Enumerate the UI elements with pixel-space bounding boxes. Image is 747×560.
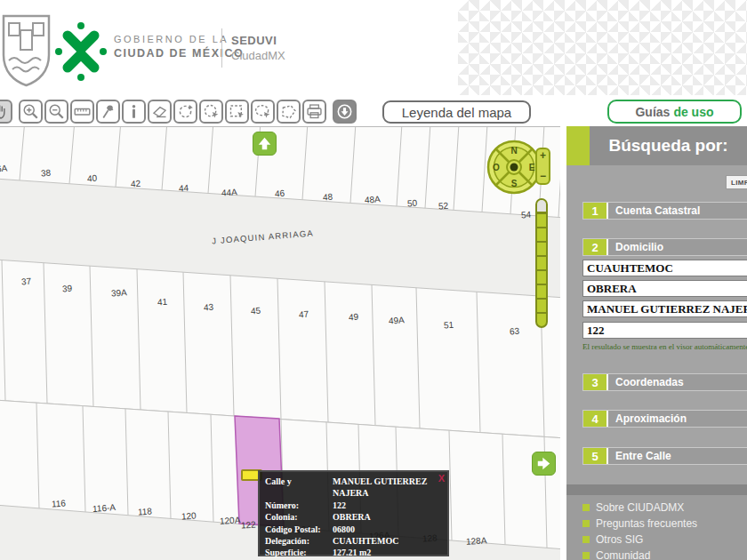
zoom-plus-button[interactable]: + (540, 151, 546, 161)
select-lasso-button[interactable] (251, 100, 275, 124)
section-entre-calle[interactable]: 5Entre Calle (582, 447, 747, 465)
tooltip-label: Superficie: (265, 547, 333, 558)
parcel-label-120A: 120A (220, 515, 241, 526)
footer-link-preguntas-frecuentes[interactable]: Preguntas frecuentes (582, 516, 697, 532)
zoom-out-icon (47, 102, 66, 121)
select-polygon-icon (279, 102, 298, 121)
section-domicilio[interactable]: 2Domicilio (582, 238, 747, 256)
tooltip-label: Delegación: (265, 535, 333, 547)
zoom-out-button[interactable] (44, 100, 68, 124)
legend-button[interactable]: Leyenda del mapa (382, 100, 531, 124)
gov-wordmark: GOBIERNO DE LA CIUDAD DE MÉXICO (114, 34, 244, 60)
section-coordenadas[interactable]: 3Coordenadas (582, 373, 747, 391)
footer-link-otros-sig[interactable]: Otros SIG (582, 532, 697, 548)
select-rectangle-icon (228, 102, 246, 121)
tooltip-value: 127.21 m2 (333, 547, 444, 558)
tooltip-row: Calle yMANUEL GUTIERREZ NAJERA (265, 476, 444, 500)
sidebar-accent-square (566, 126, 590, 165)
section-aproximación[interactable]: 4Aproximación (582, 410, 747, 428)
section-number: 5 (583, 448, 608, 464)
footer-link-label: Otros SIG (596, 533, 643, 546)
eraser-button[interactable] (148, 100, 172, 124)
map-viewport[interactable]: 6A3840424444A464848A505254373939A4143454… (0, 126, 560, 560)
seduvi-brand: SEDUVI CiudadMX (231, 34, 285, 62)
zoom-slider-thumb[interactable] (537, 200, 546, 213)
footer-links-zone: Sobre CIUDADMXPreguntas frecuentesOtros … (566, 484, 747, 560)
parcel-label-122: 122 (241, 519, 256, 530)
tooltip-close-icon[interactable]: X (438, 474, 445, 484)
calle-input[interactable] (582, 300, 747, 317)
download-button[interactable] (333, 100, 357, 124)
footer-link-comunidad[interactable]: Comunidad (582, 548, 697, 560)
tooltip-label: Colonia: (265, 511, 333, 523)
select-polygon-button[interactable] (277, 100, 301, 124)
arrow-up-icon (256, 135, 273, 152)
pin-button[interactable] (96, 100, 120, 124)
eraser-icon (150, 102, 169, 121)
print-icon (305, 102, 324, 121)
refresh-button[interactable] (173, 100, 197, 124)
zoom-minus-button[interactable]: − (540, 172, 546, 181)
parcel-label-39: 39 (62, 284, 73, 294)
compass-rose[interactable]: N E S O (486, 139, 542, 196)
tooltip-row: Colonia:OBRERA (265, 511, 444, 523)
pan-right-button[interactable] (532, 452, 556, 476)
section-cuenta-catastral[interactable]: 1Cuenta Catastral (582, 202, 747, 220)
brand-name: SEDUVI (231, 34, 285, 47)
parcel-label-47: 47 (299, 309, 309, 320)
colonia-input[interactable] (582, 280, 747, 297)
guides-button[interactable]: Guías de uso (607, 100, 742, 124)
footer-link-label: Preguntas frecuentes (596, 517, 697, 530)
info-button[interactable] (122, 100, 146, 124)
measure-button[interactable] (70, 100, 94, 124)
square-bullet-icon (582, 536, 590, 543)
brand-subtitle: CiudadMX (231, 49, 285, 62)
clear-button[interactable]: LIMPIAR (726, 175, 747, 189)
gov-line2: CIUDAD DE MÉXICO (114, 47, 244, 60)
parcel-label-37: 37 (21, 276, 32, 287)
links-divider-bar (566, 484, 747, 495)
zoom-panel: + − (535, 148, 550, 185)
pan-up-button[interactable] (253, 132, 277, 156)
select-rectangle-button[interactable] (225, 100, 249, 124)
zoom-slider[interactable] (535, 198, 548, 328)
square-bullet-icon (582, 552, 590, 559)
delegacion-input[interactable] (582, 260, 747, 276)
zoom-in-icon (21, 102, 40, 121)
section-label: Domicilio (608, 239, 663, 255)
result-hint: El resultado se muestra en el visor auto… (582, 342, 747, 351)
pan-hand-icon (0, 102, 10, 121)
numero-input[interactable] (582, 322, 747, 339)
parcel-label-45: 45 (251, 306, 261, 316)
tooltip-row: Código Postal:06800 (265, 524, 444, 535)
gov-line1: GOBIERNO DE LA (114, 34, 244, 44)
header-divider (221, 28, 222, 68)
footer-links: Sobre CIUDADMXPreguntas frecuentesOtros … (582, 500, 697, 560)
parcel-label-39A: 39A (111, 287, 128, 298)
tooltip-value: CUAUHTEMOC (333, 535, 444, 547)
pan-hand-button[interactable] (0, 100, 12, 124)
tooltip-value: 06800 (333, 524, 444, 535)
map-toolbar: Leyenda del mapa Guías de uso (0, 100, 747, 126)
select-lasso-icon (253, 102, 272, 121)
parcel-label-40: 40 (87, 173, 98, 184)
tooltip-label: Calle y (265, 476, 333, 500)
parcel-info-tooltip: Calle yMANUEL GUTIERREZ NAJERANúmero:122… (258, 470, 449, 556)
parcel-label-50: 50 (407, 198, 418, 209)
parcel-label-49A: 49A (389, 315, 406, 325)
ciudadmx-app: GOBIERNO DE LA CIUDAD DE MÉXICO SEDUVI C… (0, 0, 747, 560)
cdmx-shield-icon (2, 14, 51, 87)
print-button[interactable] (302, 100, 326, 124)
parcel-label-42: 42 (131, 179, 141, 189)
footer-link-sobre-ciudadmx[interactable]: Sobre CIUDADMX (582, 500, 697, 516)
select-circle-button[interactable] (199, 100, 223, 124)
arrow-right-icon (535, 455, 552, 472)
square-bullet-icon (582, 520, 590, 527)
download-icon (335, 102, 354, 121)
parcel-label-52: 52 (438, 201, 449, 212)
parcel-label-38: 38 (41, 168, 52, 179)
tooltip-row: Delegación:CUAUHTEMOC (265, 535, 444, 547)
zoom-in-button[interactable] (19, 100, 43, 124)
section-number: 4 (583, 411, 608, 427)
tooltip-row: Superficie:127.21 m2 (265, 547, 444, 558)
